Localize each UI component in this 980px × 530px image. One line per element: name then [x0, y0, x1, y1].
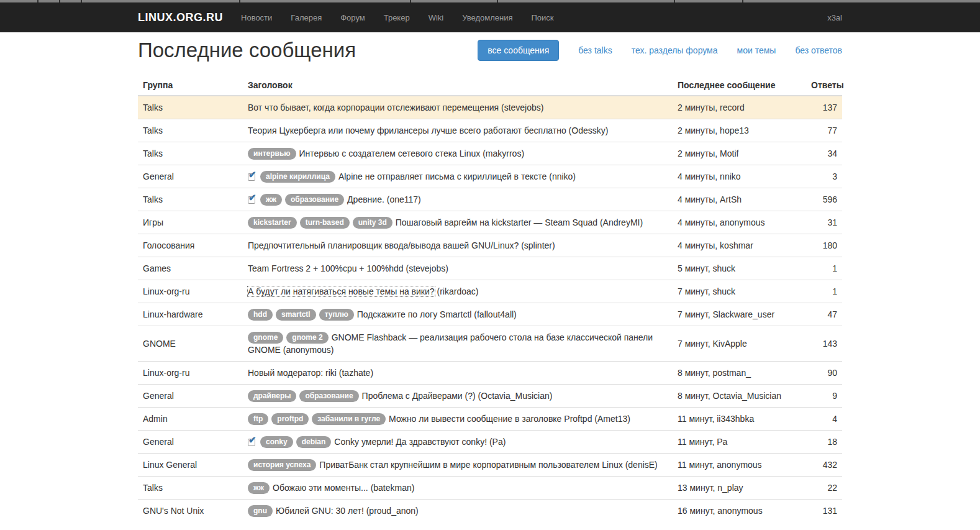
title-cell: gnomegnome 2GNOME Flashback — реализация… [243, 326, 673, 362]
last-message-cell[interactable]: 4 минуты, anonymous [673, 211, 806, 234]
topic-tag[interactable]: conky [260, 436, 293, 448]
last-message-cell[interactable]: 8 минут, Octavia_Musician [673, 385, 806, 408]
nav-item-notifications[interactable]: Уведомления [453, 4, 522, 32]
topic-tag[interactable]: жж [248, 482, 270, 494]
check-mark-glyph: ✔ [248, 435, 256, 444]
last-message-cell[interactable]: 4 минуты, koshmar [673, 234, 806, 257]
topic-tag[interactable]: жж [260, 194, 282, 206]
topic-tag[interactable]: kickstarter [248, 217, 297, 229]
topic-tag[interactable]: образование [285, 194, 344, 206]
replies-count: 31 [806, 211, 842, 234]
topic-link[interactable]: Обожаю эти моменты... [273, 483, 368, 493]
group-cell: GNOME [138, 326, 243, 362]
last-message-cell[interactable]: 2 минуты, Motif [673, 142, 806, 165]
browser-tab-strip [0, 0, 980, 2]
topic-link[interactable]: А будут ли натягиваться новые темы на ви… [248, 286, 435, 296]
topic-link[interactable]: Юбилей GNU: 30 лет! [276, 506, 364, 516]
nav-item-news[interactable]: Новости [232, 4, 281, 32]
last-message-cell[interactable]: 5 минут, shuck [673, 257, 806, 280]
last-message-cell[interactable]: 4 минуты, nniko [673, 165, 806, 188]
group-cell: Linux-org-ru [138, 280, 243, 303]
topic-link[interactable]: Теория Цукерберга или почему фрилансеры … [248, 126, 566, 135]
topic-link[interactable]: Древние. [347, 194, 384, 204]
topic-tag[interactable]: ftp [248, 413, 268, 425]
topic-tag[interactable]: gnu [248, 505, 273, 517]
last-message-cell[interactable]: 11 минут, ii343hbka [673, 408, 806, 431]
topic-link[interactable]: Можно ли вывести сообщение в заголовке P… [389, 414, 592, 424]
filter-all-messages-button[interactable]: все сообщения [478, 40, 559, 61]
topic-author: (nniko) [547, 171, 576, 181]
last-message-cell[interactable]: 13 минут, n_play [673, 477, 806, 500]
topic-tag[interactable]: hdd [248, 309, 273, 321]
last-message-cell[interactable]: 7 минут, Slackware_user [673, 303, 806, 326]
title-cell: gnuЮбилей GNU: 30 лет! (proud_anon) [243, 500, 673, 523]
topic-tag[interactable]: proftpd [271, 413, 309, 425]
topic-tag[interactable]: туплю [319, 309, 354, 321]
topic-tag[interactable]: драйверы [248, 390, 296, 402]
replies-count: 137 [806, 96, 842, 119]
title-cell: kickstarterturn-basedunity 3dПошаговый в… [243, 211, 673, 234]
topic-link[interactable]: Пошаговый варгейм на kickstarter — Steam… [396, 217, 597, 227]
topic-tag[interactable]: turn-based [300, 217, 350, 229]
topic-tag[interactable]: gnome [248, 332, 283, 344]
last-message-cell[interactable]: 8 минут, postman_ [673, 362, 806, 385]
topic-tag[interactable]: alpine кириллица [260, 171, 335, 183]
last-message-cell[interactable]: 4 минуты, ArtSh [673, 188, 806, 211]
topic-author: (AndreyMI) [597, 217, 643, 227]
nav-item-forum[interactable]: Форум [331, 4, 374, 32]
last-message-cell[interactable]: 7 минут, shuck [673, 280, 806, 303]
nav-item-tracker[interactable]: Трекер [374, 4, 419, 32]
nav-item-wiki[interactable]: Wiki [419, 4, 453, 32]
topic-tag[interactable]: образование [299, 390, 358, 402]
title-cell: А будут ли натягиваться новые темы на ви… [243, 280, 673, 303]
last-message-cell[interactable]: 16 минут, anonymous [673, 500, 806, 523]
last-message-cell[interactable]: 7 минут, KivApple [673, 326, 806, 362]
filter-without-talks-link[interactable]: без talks [578, 45, 612, 55]
topic-link[interactable]: Новый модератор: riki [248, 368, 337, 378]
replies-count: 143 [806, 326, 842, 362]
title-cell: Предпочтительный планировщик ввода/вывод… [243, 234, 673, 257]
header-last-message: Последнее сообщение [673, 75, 806, 96]
topic-tag[interactable]: история успеха [248, 459, 316, 471]
topic-author: (tazhate) [337, 368, 373, 378]
title-cell: ✔conkydebianConky умерли! Да здравствуют… [243, 431, 673, 454]
topic-link[interactable]: Предпочтительный планировщик ввода/вывод… [248, 240, 519, 250]
topic-link[interactable]: Conky умерли! Да здравствуют conky! [334, 437, 487, 447]
topic-tag[interactable]: gnome 2 [286, 332, 328, 344]
current-user-link[interactable]: x3al [827, 13, 842, 22]
topic-link[interactable]: Вот что бывает, когда корпорации отслежи… [248, 103, 499, 112]
topic-link[interactable]: Проблема с Драйверами (?) [362, 391, 476, 401]
topic-tag[interactable]: debian [296, 436, 332, 448]
last-message-cell[interactable]: 11 минут, Pa [673, 431, 806, 454]
nav-item-search[interactable]: Поиск [522, 4, 563, 32]
filter-without-answers-link[interactable]: без ответов [795, 45, 842, 55]
topic-link[interactable]: Team Fortress 2 + 100%cpu + 100%hdd [248, 263, 404, 273]
topic-tag[interactable]: интервью [248, 148, 296, 160]
tab-divider-tick [674, 0, 675, 2]
last-message-cell[interactable]: 11 минут, anonymous [673, 454, 806, 477]
topic-author: (stevejobs) [499, 103, 543, 112]
topic-tag[interactable]: smartctl [276, 309, 316, 321]
group-cell: Голосования [138, 234, 243, 257]
site-logo[interactable]: LINUX.ORG.RU [138, 11, 223, 24]
title-cell: Новый модератор: riki (tazhate) [243, 362, 673, 385]
nav-item-gallery[interactable]: Галерея [281, 4, 331, 32]
replies-count: 47 [806, 303, 842, 326]
last-message-cell[interactable]: 2 минуты, hope13 [673, 119, 806, 142]
latest-messages-table: Группа Заголовок Последнее сообщение Отв… [138, 75, 842, 522]
filter-my-topics-link[interactable]: мои темы [737, 45, 776, 55]
topic-link[interactable]: Подскажите по логу Smartctl [357, 309, 472, 319]
tab-divider-tick [410, 0, 411, 2]
topic-link[interactable]: ПриватБанк стал крупнейшим в мире корпор… [319, 460, 622, 470]
tab-divider-tick [59, 0, 60, 2]
topic-link[interactable]: Интервью с создателем сетевого стека Lin… [299, 148, 481, 158]
topic-tag[interactable]: забанили в гугле [312, 413, 386, 425]
replies-count: 1 [806, 257, 842, 280]
filter-tech-forum-sections-link[interactable]: тех. разделы форума [632, 45, 718, 55]
last-message-cell[interactable]: 2 минуты, record [673, 96, 806, 119]
topic-link[interactable]: Alpine не отправляет письма с кириллицей… [338, 171, 547, 181]
title-cell: история успехаПриватБанк стал крупнейшим… [243, 454, 673, 477]
topic-tag[interactable]: unity 3d [353, 217, 392, 229]
filter-links: без talksтех. разделы форумамои темыбез … [559, 45, 842, 55]
title-cell: интервьюИнтервью с создателем сетевого с… [243, 142, 673, 165]
